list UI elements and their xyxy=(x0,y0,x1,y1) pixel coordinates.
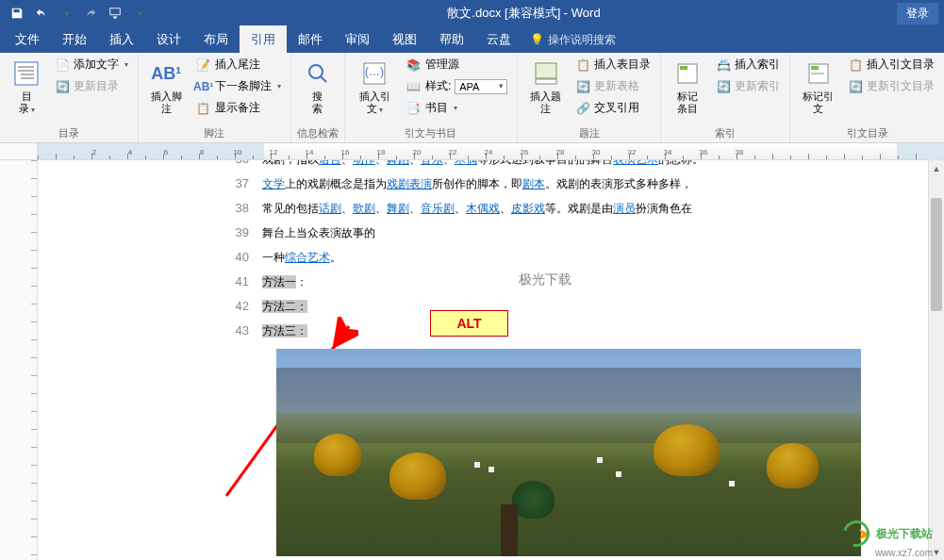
next-fn-icon: AB¹ xyxy=(196,79,211,94)
vertical-scrollbar[interactable]: ▲ ▼ xyxy=(928,160,944,560)
mark-entry-button[interactable]: 标记 条目 xyxy=(667,55,708,119)
tab-insert[interactable]: 插入 xyxy=(98,25,145,54)
style-combo[interactable]: APA xyxy=(455,79,507,94)
watermark-text: 极光下载 xyxy=(519,272,571,288)
qat-more[interactable] xyxy=(128,2,151,25)
style-icon: 📖 xyxy=(406,79,422,94)
next-footnote-button[interactable]: AB¹下一条脚注 xyxy=(192,76,285,96)
text-line[interactable]: 40一种综合艺术。 xyxy=(217,245,944,270)
inline-image[interactable] xyxy=(276,349,861,556)
update-tbl-icon: 🔄 xyxy=(575,79,590,94)
tab-cloud[interactable]: 云盘 xyxy=(475,25,522,54)
group-label-index: 索引 xyxy=(667,124,784,142)
text-line[interactable]: 39舞台上当众表演故事的 xyxy=(217,221,944,245)
insert-citation-button[interactable]: (…) 插入引文 xyxy=(351,55,399,119)
line-text[interactable]: 方法一： xyxy=(262,270,307,294)
citation-style-row: 📖样式: APA xyxy=(403,76,511,96)
tab-file[interactable]: 文件 xyxy=(4,25,51,54)
vertical-ruler[interactable] xyxy=(0,160,38,560)
mark-cite-icon xyxy=(803,58,834,89)
document-page[interactable]: 36戏剧，指以语言、动作、舞蹈、音乐、木偶等形式达到叙事目的的舞台表演艺术的总称… xyxy=(38,160,944,560)
line-text[interactable]: 常见的包括话剧、歌剧、舞剧、音乐剧、木偶戏、皮影戏等。戏剧是由演员扮演角色在 xyxy=(262,196,692,221)
menubar: 文件 开始 插入 设计 布局 引用 邮件 审阅 视图 帮助 云盘 💡 操作说明搜… xyxy=(0,26,944,53)
insert-footnote-button[interactable]: AB¹ 插入脚注 xyxy=(144,55,189,119)
manage-sources-button[interactable]: 📚管理源 xyxy=(403,55,511,74)
search-icon xyxy=(303,58,333,89)
insert-index-button[interactable]: 📇插入索引 xyxy=(712,55,784,74)
scroll-thumb[interactable] xyxy=(931,198,942,311)
text-line[interactable]: 38常见的包括话剧、歌剧、舞剧、音乐剧、木偶戏、皮影戏等。戏剧是由演员扮演角色在 xyxy=(217,196,944,221)
tell-me-label: 操作说明搜索 xyxy=(548,32,616,48)
group-toa: 标记引文 📋插入引文目录 🔄更新引文目录 引文目录 xyxy=(790,53,944,142)
crossref-icon: 🔗 xyxy=(575,101,590,116)
line-text[interactable]: 方法三： xyxy=(262,319,307,343)
line-number: 43 xyxy=(217,319,249,343)
tab-mailings[interactable]: 邮件 xyxy=(287,25,334,54)
horizontal-ruler[interactable]: 2468101214161820222426283032343638 xyxy=(0,143,944,160)
update-index-button[interactable]: 🔄更新索引 xyxy=(712,76,784,96)
bibliography-button[interactable]: 📑书目 xyxy=(403,98,511,118)
cross-ref-button[interactable]: 🔗交叉引用 xyxy=(571,98,654,118)
undo-icon[interactable] xyxy=(30,2,53,25)
add-text-button[interactable]: 📄添加文字 xyxy=(51,55,132,74)
line-text[interactable]: 方法二： xyxy=(262,294,307,319)
group-label-captions: 题注 xyxy=(523,124,654,142)
citation-icon: (…) xyxy=(359,58,389,89)
svg-text:(…): (…) xyxy=(365,65,384,78)
brand-url: www.xz7.com xyxy=(875,548,933,558)
document-area: 36戏剧，指以语言、动作、舞蹈、音乐、木偶等形式达到叙事目的的舞台表演艺术的总称… xyxy=(0,160,944,560)
insert-idx-icon: 📇 xyxy=(716,58,731,73)
update-toc-icon: 🔄 xyxy=(55,79,70,94)
update-toa-button[interactable]: 🔄更新引文目录 xyxy=(844,76,938,96)
text-line[interactable]: 37文学上的戏剧概念是指为戏剧表演所创作的脚本，即剧本。戏剧的表演形式多种多样， xyxy=(217,172,944,196)
lightbulb-icon: 💡 xyxy=(530,33,544,46)
login-button[interactable]: 登录 xyxy=(897,3,938,25)
qat-customize-icon[interactable] xyxy=(104,2,126,25)
tab-review[interactable]: 审阅 xyxy=(334,25,381,54)
manage-icon: 📚 xyxy=(406,58,422,73)
tell-me-search[interactable]: 💡 操作说明搜索 xyxy=(530,32,616,48)
update-idx-icon: 🔄 xyxy=(716,79,731,94)
text-line[interactable]: 43方法三： xyxy=(217,319,944,343)
update-table-button[interactable]: 🔄更新表格 xyxy=(571,76,654,96)
text-line[interactable]: 36戏剧，指以语言、动作、舞蹈、音乐、木偶等形式达到叙事目的的舞台表演艺术的总称… xyxy=(217,160,944,172)
undo-dropdown[interactable] xyxy=(55,2,77,25)
show-notes-button[interactable]: 📋显示备注 xyxy=(192,98,285,118)
line-number: 41 xyxy=(217,270,249,294)
tab-references[interactable]: 引用 xyxy=(240,25,287,54)
titlebar: 散文.docx [兼容模式] - Word 登录 xyxy=(0,0,944,26)
tab-help[interactable]: 帮助 xyxy=(428,25,475,54)
update-toc-button[interactable]: 🔄更新目录 xyxy=(51,76,132,96)
ribbon: 目 录 📄添加文字 🔄更新目录 目录 AB¹ 插入脚注 📝插入尾注 AB¹下一条… xyxy=(0,53,944,143)
insert-caption-button[interactable]: 插入题注 xyxy=(523,55,568,119)
line-number: 38 xyxy=(217,196,249,221)
brand-logo: ➤ 极光下载站 xyxy=(843,520,933,547)
svg-rect-13 xyxy=(680,66,687,70)
group-label-toa: 引文目录 xyxy=(796,124,938,142)
tab-design[interactable]: 设计 xyxy=(145,25,192,54)
brand-icon xyxy=(838,516,874,552)
tab-view[interactable]: 视图 xyxy=(381,25,428,54)
text-line[interactable]: 41方法一： xyxy=(217,270,944,294)
group-label-toc: 目录 xyxy=(6,124,132,142)
line-text[interactable]: 文学上的戏剧概念是指为戏剧表演所创作的脚本，即剧本。戏剧的表演形式多种多样， xyxy=(262,172,692,196)
toa-icon: 📋 xyxy=(848,58,863,73)
tab-layout[interactable]: 布局 xyxy=(192,25,240,54)
tab-home[interactable]: 开始 xyxy=(51,25,98,54)
biblio-icon: 📑 xyxy=(406,101,422,116)
line-text[interactable]: 舞台上当众表演故事的 xyxy=(262,221,375,245)
group-label-research: 信息检索 xyxy=(297,124,339,142)
group-footnotes: AB¹ 插入脚注 📝插入尾注 AB¹下一条脚注 📋显示备注 脚注 xyxy=(139,53,291,142)
search-button[interactable]: 搜 索 xyxy=(297,55,339,119)
save-icon[interactable] xyxy=(6,2,28,25)
line-text[interactable]: 戏剧，指以语言、动作、舞蹈、音乐、木偶等形式达到叙事目的的舞台表演艺术的总称。 xyxy=(262,160,704,172)
scroll-up-icon[interactable]: ▲ xyxy=(929,160,944,176)
insert-endnote-button[interactable]: 📝插入尾注 xyxy=(192,55,285,74)
insert-tof-button[interactable]: 📋插入表目录 xyxy=(571,55,654,74)
redo-icon[interactable] xyxy=(79,2,102,25)
mark-citation-button[interactable]: 标记引文 xyxy=(796,55,840,119)
toc-button[interactable]: 目 录 xyxy=(6,55,47,119)
line-text[interactable]: 一种综合艺术。 xyxy=(262,245,341,270)
insert-toa-button[interactable]: 📋插入引文目录 xyxy=(844,55,938,74)
text-line[interactable]: 42方法二： xyxy=(217,294,944,319)
